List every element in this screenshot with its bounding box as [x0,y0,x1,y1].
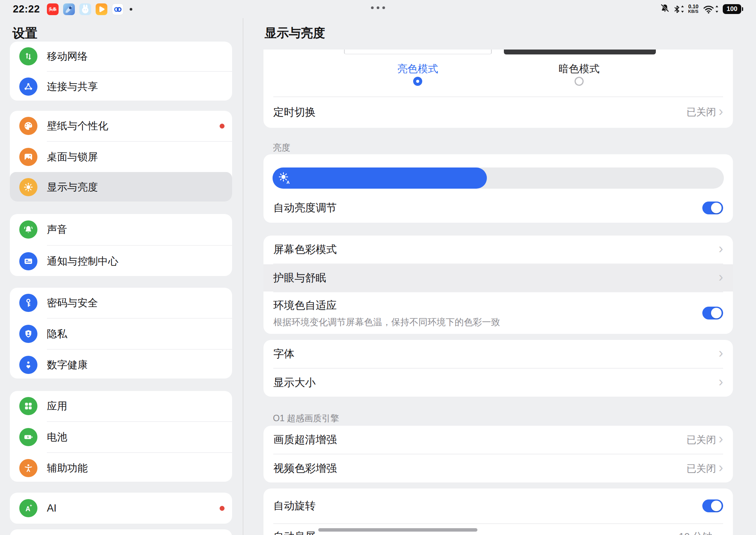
video-color-row[interactable]: 视频色彩增强 已关闭 › [263,454,733,482]
sidebar-item-ai[interactable]: A AI [10,493,232,524]
chevron-right-icon: › [719,346,723,360]
screen-color-mode-row[interactable]: 屏幕色彩模式 › [263,236,733,264]
row-label: 自动息屏 [273,529,316,535]
toutiao-app-icon: 头条 [47,3,59,15]
ambient-color-row: 环境色自适应 根据环境变化调节屏幕色温，保持不同环境下的色彩一致 [263,292,733,334]
svg-text:A: A [287,180,290,185]
sidebar-item-label: 应用 [47,399,67,413]
apps-icon [19,397,37,415]
font-row[interactable]: 字体 › [263,340,733,368]
bluetooth-transfer-arrows-icon [681,5,684,13]
wallpaper-icon [19,148,37,166]
font-card: 字体 › 显示大小 › [263,340,733,397]
clock: 22:22 [13,3,40,15]
auto-rotate-toggle[interactable] [702,499,723,512]
page-title: 设置 [12,25,37,42]
sidebar-item-connect-share[interactable]: 连接与共享 [10,72,232,101]
image-clarity-row[interactable]: 画质超清增强 已关闭 › [263,426,733,454]
sidebar-item-apps[interactable]: 应用 [10,391,232,421]
split-menu-dots-icon[interactable] [371,6,385,9]
row-label: 自动亮度调节 [273,201,337,215]
sidebar-item-label: 声音 [47,223,67,236]
scheduled-switch-row[interactable]: 定时切换 已关闭 › [263,96,733,128]
wifi-transfer-arrows-icon [715,5,719,13]
red-badge-dot [220,124,225,129]
health-icon [19,356,37,374]
color-settings-card: 屏幕色彩模式 › 护眼与舒眠 › 环境色自适应 根据环境变化调节屏幕色温，保持不… [263,236,733,334]
transfer-icon [19,47,37,65]
brightness-slider[interactable]: A [273,167,724,189]
network-speed: 0.10 KB/S [688,4,699,14]
notification-icon [19,252,37,270]
sidebar-item-sound[interactable]: 声音 [10,214,232,245]
chevron-right-icon: › [719,105,723,118]
sidebar-group-sound-notification: 声音 通知与控制中心 [10,214,232,276]
auto-brightness-row: 自动亮度调节 [263,193,733,223]
row-label: 定时切换 [273,105,316,119]
row-description: 根据环境变化调节屏幕色温，保持不同环境下的色彩一致 [273,316,500,328]
dark-mode-label: 暗色模式 [541,62,617,76]
chevron-right-icon: › [719,432,723,446]
dark-mode-radio[interactable] [575,77,584,86]
home-indicator[interactable] [318,528,477,532]
battery-icon [19,428,37,446]
row-value: 已关闭 › [686,105,723,119]
key-icon [19,294,37,312]
sidebar-item-wallpaper-personalization[interactable]: 壁纸与个性化 [10,111,232,141]
o1-engine-section-label: O1 超感画质引擎 [273,412,339,424]
palette-icon [19,117,37,135]
row-label: 字体 [273,347,294,361]
sidebar-item-home-lockscreen[interactable]: 桌面与锁屏 [10,142,232,172]
chevron-right-icon: › [719,461,723,475]
sidebar-item-display-brightness[interactable]: 显示与亮度 [10,172,232,202]
sidebar-item-digital-wellbeing[interactable]: 数字健康 [10,350,232,378]
auto-brightness-toggle[interactable] [702,202,723,214]
svg-text:A: A [26,505,31,513]
ambient-color-toggle[interactable] [702,307,723,319]
game-app-icon [63,3,75,15]
sidebar-item-mobile-network[interactable]: 移动网络 [10,42,232,71]
brightness-fill: A [273,167,487,189]
sidebar-item-battery[interactable]: 电池 [10,422,232,452]
battery-status-icon: 100 [723,4,741,14]
sidebar-group-security: 密码与安全 隐私 数字健康 [10,288,232,378]
auto-rotate-row: 自动旋转 [263,488,733,523]
row-label: 视频色彩增强 [273,461,337,476]
sidebar-item-accessibility[interactable]: 辅助功能 [10,453,232,482]
status-bar: 22:22 头条 [0,0,756,18]
brightness-section-label: 亮度 [273,142,290,154]
row-label: 护眼与舒眠 [273,271,326,285]
auto-brightness-sun-icon: A [278,171,291,185]
bluetooth-icon [674,5,684,14]
mode-selector-card: 亮色模式 暗色模式 定时切换 已关闭 › [263,50,733,128]
share-icon [19,78,37,96]
sidebar-item-label: 隐私 [47,327,67,341]
sidebar-group-personalization: 壁纸与个性化 桌面与锁屏 显示与亮度 [10,111,232,202]
screen: 22:22 头条 [0,0,756,535]
sidebar-item-label: 数字健康 [47,358,88,372]
accessibility-icon [19,459,37,477]
panel-title: 显示与亮度 [265,25,325,42]
sidebar-group-apps: 应用 电池 辅助功能 [10,391,232,482]
sidebar-item-password-security[interactable]: 密码与安全 [10,288,232,318]
row-value: 已关闭 › [686,462,723,475]
light-mode-radio[interactable] [413,77,422,86]
chevron-right-icon: › [719,242,723,256]
sidebar-item-privacy[interactable]: 隐私 [10,319,232,349]
display-size-row[interactable]: 显示大小 › [263,369,733,397]
sidebar-item-label: 显示与亮度 [47,180,98,194]
cloud-app-icon [112,3,124,15]
row-label: 屏幕色彩模式 [273,242,337,257]
chevron-right-icon: › [719,375,723,389]
sidebar-group-network: 移动网络 连接与共享 [10,42,232,101]
sun-icon [19,178,37,196]
chevron-right-icon: › [719,270,723,284]
sidebar-item-label: 壁纸与个性化 [47,119,108,133]
sidebar-item-notification-control-center[interactable]: 通知与控制中心 [10,246,232,276]
row-label: 自动旋转 [273,499,316,513]
sidebar-item-label: 移动网络 [47,50,88,63]
row-label: 画质超清增强 [273,433,337,447]
eye-comfort-row[interactable]: 护眼与舒眠 › [263,264,733,292]
shield-icon [19,325,37,343]
settings-sidebar: 设置 移动网络 连接与共享 壁纸与个性化 [0,18,243,535]
